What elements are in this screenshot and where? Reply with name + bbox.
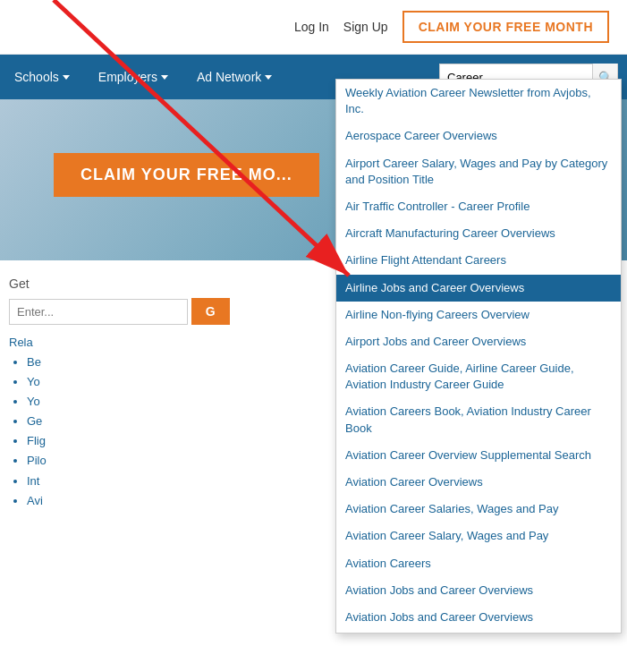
- dropdown-item[interactable]: Aviation Jobs and Career Overviews: [336, 577, 621, 604]
- claim-top-button[interactable]: CLAIM YOUR FREE MONTH: [402, 11, 609, 43]
- sidebar-item-adnetwork[interactable]: Ad Network: [182, 55, 286, 99]
- dropdown-item[interactable]: Airport Jobs and Career Overviews: [336, 328, 621, 355]
- hero-claim-button[interactable]: CLAIM YOUR FREE MO...: [54, 153, 319, 197]
- dropdown-item[interactable]: Airline Non-flying Careers Overview: [336, 302, 621, 328]
- dropdown-item[interactable]: Aerospace Career Overviews: [336, 123, 621, 149]
- dropdown-item[interactable]: Airport Career Salary, Wages and Pay by …: [336, 150, 621, 193]
- schools-chevron-icon: [63, 75, 70, 80]
- sidebar-item-schools[interactable]: Schools: [0, 55, 84, 99]
- schools-label: Schools: [14, 70, 59, 84]
- dropdown-item[interactable]: Air Traffic Controller - Career Profile: [336, 193, 621, 220]
- search-dropdown: Weekly Aviation Career Newsletter from A…: [335, 79, 622, 634]
- employers-label: Employers: [98, 70, 157, 84]
- go-button[interactable]: G: [191, 298, 230, 325]
- adnetwork-chevron-icon: [265, 75, 272, 80]
- dropdown-item[interactable]: Weekly Aviation Career Newsletter from A…: [336, 80, 621, 123]
- signup-link[interactable]: Sign Up: [343, 20, 388, 34]
- dropdown-item[interactable]: Aviation Career Overview Supplemental Se…: [336, 442, 621, 469]
- dropdown-item[interactable]: Aviation Career Salaries, Wages and Pay: [336, 496, 621, 523]
- dropdown-item[interactable]: Aviation Career Salary, Wages and Pay: [336, 523, 621, 549]
- login-link[interactable]: Log In: [294, 20, 329, 34]
- dropdown-item[interactable]: Aircraft Manufacturing Career Overviews: [336, 220, 621, 247]
- dropdown-item[interactable]: Airline Flight Attendant Careers: [336, 247, 621, 274]
- dropdown-item[interactable]: Airline Jobs and Career Overviews: [336, 275, 621, 302]
- dropdown-item[interactable]: Aviation Jobs and Career Overviews List: [336, 631, 621, 634]
- dropdown-item[interactable]: Aviation Career Overviews: [336, 469, 621, 496]
- email-input[interactable]: [9, 299, 188, 325]
- dropdown-item[interactable]: Aviation Career Guide, Airline Career Gu…: [336, 355, 621, 398]
- dropdown-item[interactable]: Aviation Careers: [336, 550, 621, 577]
- dropdown-item[interactable]: Aviation Careers Book, Aviation Industry…: [336, 398, 621, 441]
- top-nav: Log In Sign Up CLAIM YOUR FREE MONTH: [0, 0, 627, 55]
- adnetwork-label: Ad Network: [197, 70, 261, 84]
- sidebar-item-employers[interactable]: Employers: [84, 55, 182, 99]
- employers-chevron-icon: [161, 75, 168, 80]
- dropdown-item[interactable]: Aviation Jobs and Career Overviews: [336, 604, 621, 631]
